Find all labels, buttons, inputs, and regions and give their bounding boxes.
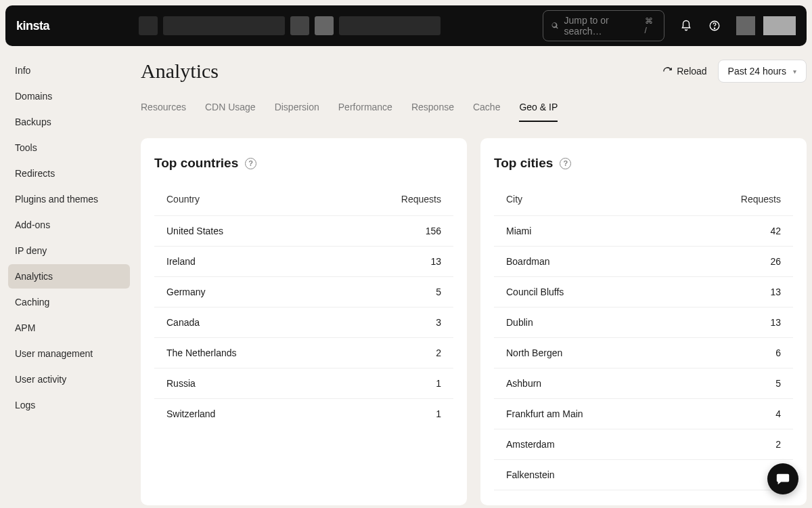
cell-name: The Netherlands [154,338,332,368]
table-row: Dublin13 [494,308,793,338]
sidebar-item-apm[interactable]: APM [8,316,130,340]
col-city: City [494,183,677,216]
col-country: Country [154,183,332,216]
sidebar-item-redirects[interactable]: Redirects [8,161,130,186]
cell-name: United States [154,216,332,247]
bell-icon[interactable] [679,19,693,33]
col-requests: Requests [332,183,453,216]
sidebar: InfoDomainsBackupsToolsRedirectsPlugins … [0,51,135,508]
avatar[interactable] [763,16,796,35]
table-row: Council Bluffs13 [494,277,793,308]
cell-name: Russia [154,368,332,399]
search-kbd: ⌘ / [645,16,656,35]
svg-point-1 [714,28,715,28]
cell-name: Germany [154,277,332,308]
timerange-select[interactable]: Past 24 hours ▾ [718,60,807,83]
topbar-block [139,16,158,35]
table-row: Amsterdam2 [494,429,793,460]
cell-requests: 3 [332,308,453,338]
cell-requests: 6 [677,338,793,368]
tab-response[interactable]: Response [411,102,454,122]
table-row: Russia1 [154,368,453,399]
sidebar-item-analytics[interactable]: Analytics [8,264,130,289]
table-row: Germany5 [154,277,453,308]
tab-geo-ip[interactable]: Geo & IP [519,102,558,122]
cell-requests: 42 [677,216,793,247]
tab-resources[interactable]: Resources [141,102,186,122]
table-row: Switzerland1 [154,399,453,429]
sidebar-item-plugins-and-themes[interactable]: Plugins and themes [8,187,130,211]
page-header: Analytics Reload Past 24 hours ▾ [141,60,807,83]
cell-name: Dublin [494,308,677,338]
sidebar-item-tools[interactable]: Tools [8,135,130,160]
cell-name: Council Bluffs [494,277,677,308]
cell-requests: 13 [332,247,453,277]
help-icon[interactable] [708,19,721,33]
cell-name: Frankfurt am Main [494,399,677,429]
sidebar-item-user-management[interactable]: User management [8,341,130,366]
cell-requests: 4 [677,399,793,429]
sidebar-item-user-activity[interactable]: User activity [8,367,130,391]
cell-requests: 13 [677,308,793,338]
cell-name: Ashburn [494,368,677,399]
card-title-cities: Top cities [494,156,553,171]
sidebar-item-ip-deny[interactable]: IP deny [8,238,130,263]
topbar-block [315,16,334,35]
tabs: ResourcesCDN UsageDispersionPerformanceR… [141,102,807,122]
page-title: Analytics [141,60,219,83]
timerange-label: Past 24 hours [728,66,786,77]
table-row: Moscow1 [494,490,793,492]
chat-launcher[interactable] [767,463,798,494]
top-cities-card: Top cities ? City Requests Miami42Boardm… [480,138,807,505]
table-row: Ireland13 [154,247,453,277]
sidebar-item-caching[interactable]: Caching [8,290,130,314]
cell-name: Canada [154,308,332,338]
top-countries-card: Top countries ? Country Requests United … [141,138,467,505]
cell-name: Amsterdam [494,429,677,460]
content: Analytics Reload Past 24 hours ▾ Resourc… [135,51,812,508]
tab-performance[interactable]: Performance [338,102,392,122]
cell-requests: 2 [332,338,453,368]
sidebar-item-domains[interactable]: Domains [8,84,130,108]
table-row: Miami42 [494,216,793,247]
reload-button[interactable]: Reload [662,66,706,77]
cell-requests: 26 [677,247,793,277]
topbar-block [736,16,755,35]
tab-dispersion[interactable]: Dispersion [275,102,319,122]
topbar-block [163,16,285,35]
help-icon[interactable]: ? [245,158,256,169]
sidebar-item-backups[interactable]: Backups [8,110,130,134]
cell-name: Ireland [154,247,332,277]
cell-name: Moscow [494,490,677,492]
countries-table: Country Requests United States156Ireland… [154,183,453,429]
sidebar-item-add-ons[interactable]: Add-ons [8,213,130,237]
search-input[interactable]: Jump to or search… ⌘ / [543,10,664,41]
table-row: United States156 [154,216,453,247]
cell-name: Falkenstein [494,460,677,490]
help-icon[interactable]: ? [560,158,571,169]
topbar-block [290,16,309,35]
tab-cdn-usage[interactable]: CDN Usage [205,102,256,122]
table-row: Ashburn5 [494,368,793,399]
col-requests: Requests [677,183,793,216]
table-row: The Netherlands2 [154,338,453,368]
cell-name: Miami [494,216,677,247]
cell-requests: 156 [332,216,453,247]
cell-requests: 2 [677,429,793,460]
table-row: Falkenstein1 [494,460,793,490]
tab-cache[interactable]: Cache [473,102,500,122]
topbar: kinsta Jump to or search… ⌘ / [5,5,807,46]
chat-icon [775,471,790,486]
table-row: North Bergen6 [494,338,793,368]
brand-logo[interactable]: kinsta [16,19,49,33]
cell-requests: 1 [332,368,453,399]
card-title-countries: Top countries [154,156,238,171]
cities-table: City Requests Miami42Boardman26Council B… [494,183,793,492]
cell-requests: 13 [677,277,793,308]
cell-requests: 5 [332,277,453,308]
table-row: Canada3 [154,308,453,338]
cell-name: Switzerland [154,399,332,429]
sidebar-item-info[interactable]: Info [8,58,130,83]
sidebar-item-logs[interactable]: Logs [8,393,130,417]
table-row: Frankfurt am Main4 [494,399,793,429]
